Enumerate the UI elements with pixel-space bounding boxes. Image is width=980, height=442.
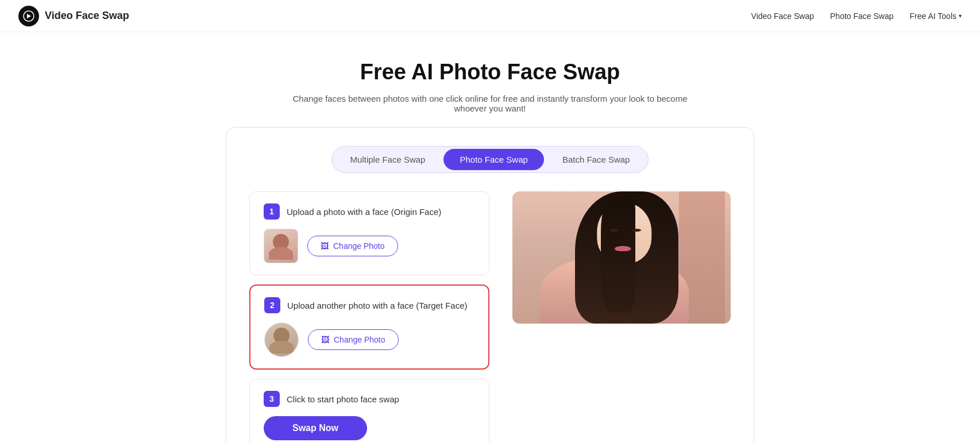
step-3-label: Click to start photo face swap: [287, 394, 399, 404]
steps-column: 1 Upload a photo with a face (Origin Fac…: [249, 191, 489, 442]
eyes-area: [609, 229, 641, 233]
nav-links: Video Face Swap Photo Face Swap Free AI …: [751, 11, 962, 21]
hero-section: Free AI Photo Face Swap Change faces bet…: [0, 32, 980, 127]
tab-multiple-face-swap[interactable]: Multiple Face Swap: [334, 149, 442, 170]
step-1-card: 1 Upload a photo with a face (Origin Fac…: [249, 191, 489, 275]
chevron-down-icon: ▾: [959, 13, 962, 19]
navbar: Video Face Swap Video Face Swap Photo Fa…: [0, 0, 980, 32]
step-2-header: 2 Upload another photo with a face (Targ…: [264, 297, 474, 313]
preview-image: [512, 191, 731, 324]
tabs: Multiple Face Swap Photo Face Swap Batch…: [331, 146, 649, 173]
hero-subtitle: Change faces between photos with one cli…: [289, 94, 691, 113]
step-3-number: 3: [264, 391, 280, 407]
content-area: 1 Upload a photo with a face (Origin Fac…: [249, 191, 731, 442]
swap-now-button[interactable]: Swap Now: [264, 416, 367, 440]
step-1-thumbnail: [264, 229, 298, 263]
brand-name: Video Face Swap: [45, 10, 129, 22]
step-2-change-photo-button[interactable]: 🖼 Change Photo: [308, 329, 399, 350]
tabs-container: Multiple Face Swap Photo Face Swap Batch…: [249, 146, 731, 173]
lips-shape: [615, 246, 631, 251]
step-3-header: 3 Click to start photo face swap: [264, 391, 475, 407]
step-1-photo-row: 🖼 Change Photo: [264, 229, 475, 263]
preview-column: [512, 191, 731, 324]
brand-logo: [18, 6, 39, 26]
step-1-number: 1: [264, 203, 280, 220]
step-2-thumbnail: [264, 322, 299, 357]
tab-batch-face-swap[interactable]: Batch Face Swap: [546, 149, 646, 170]
page-title: Free AI Photo Face Swap: [11, 60, 969, 84]
step-2-face-preview: [265, 323, 298, 356]
hair-side: [601, 197, 635, 312]
step-1-label: Upload a photo with a face (Origin Face): [287, 207, 441, 217]
nav-link-photo-face-swap[interactable]: Photo Face Swap: [830, 11, 894, 21]
step-3-card: 3 Click to start photo face swap Swap No…: [249, 379, 489, 442]
image-icon: 🖼: [321, 241, 329, 251]
woman-figure: [512, 191, 731, 324]
step-1-change-photo-button[interactable]: 🖼 Change Photo: [307, 236, 398, 256]
nav-link-video-face-swap[interactable]: Video Face Swap: [751, 11, 814, 21]
image-icon-2: 🖼: [321, 335, 329, 344]
nav-link-free-ai-tools[interactable]: Free AI Tools ▾: [910, 11, 962, 21]
step-2-number: 2: [264, 297, 280, 313]
step-2-card: 2 Upload another photo with a face (Targ…: [249, 285, 489, 370]
step-1-header: 1 Upload a photo with a face (Origin Fac…: [264, 203, 475, 220]
tab-photo-face-swap[interactable]: Photo Face Swap: [443, 149, 543, 170]
main-card: Multiple Face Swap Photo Face Swap Batch…: [226, 127, 754, 442]
brand: Video Face Swap: [18, 6, 129, 26]
step-2-photo-row: 🖼 Change Photo: [264, 322, 474, 357]
step-1-face-preview: [264, 229, 298, 263]
step-2-label: Upload another photo with a face (Target…: [287, 301, 468, 310]
